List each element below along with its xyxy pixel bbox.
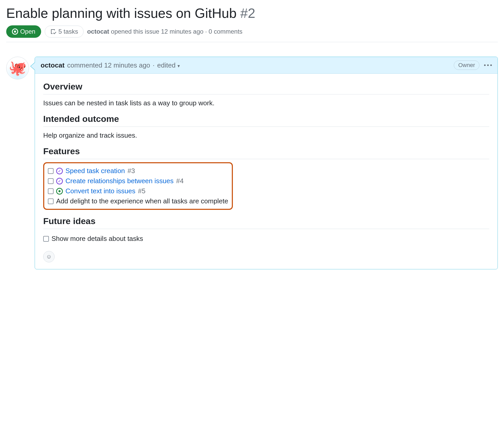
comment-body: Overview Issues can be nested in task li… (35, 74, 498, 269)
heading-overview: Overview (43, 82, 489, 94)
task-checkbox[interactable] (48, 168, 54, 174)
task-item: Add delight to the experience when all t… (48, 196, 228, 206)
paragraph-outcome: Help organize and track issues. (43, 131, 489, 139)
issue-title-row: Enable planning with issues on GitHub #2 (6, 5, 498, 21)
state-label: Open (20, 28, 35, 35)
task-checkbox[interactable] (48, 198, 54, 204)
comment-header-right: Owner (454, 61, 492, 70)
task-link[interactable]: Convert text into issues (65, 187, 135, 195)
task-link[interactable]: Create relationships between issues (65, 177, 174, 185)
tasks-count-label: 5 tasks (58, 28, 78, 35)
heading-outcome: Intended outcome (43, 114, 489, 127)
task-checkbox[interactable] (48, 188, 54, 194)
paragraph-overview: Issues can be nested in task lists as a … (43, 99, 489, 107)
state-pill: Open (6, 25, 41, 38)
heading-future: Future ideas (43, 216, 489, 229)
task-checkbox[interactable] (43, 236, 49, 242)
avatar-glyph: 🐙 (9, 60, 27, 77)
comment-header-left: octocat commented 12 minutes ago · edite… (41, 61, 180, 69)
comment-arrow (31, 63, 35, 70)
task-item: Show more details about tasks (43, 234, 489, 244)
issue-closed-icon: ✓ (56, 178, 63, 184)
add-reaction-button[interactable]: ☺ (43, 251, 55, 262)
task-ref: #3 (128, 167, 135, 175)
comment-thread: 🐙 octocat commented 12 minutes ago · edi… (6, 57, 498, 269)
comment-sep: · (153, 61, 154, 69)
issue-closed-icon: ✓ (56, 168, 63, 174)
features-highlight-box: ✓ Speed task creation #3 ✓ Create relati… (43, 162, 233, 210)
role-badge: Owner (454, 61, 479, 70)
chevron-down-icon: ▾ (177, 63, 180, 69)
future-task-list: Show more details about tasks (43, 234, 489, 244)
task-text: Show more details about tasks (51, 235, 143, 243)
issue-open-icon (56, 188, 63, 195)
issue-author[interactable]: octocat (87, 28, 109, 35)
edited-label: edited (157, 61, 176, 69)
issue-open-icon (12, 28, 18, 35)
heading-features: Features (43, 146, 489, 159)
task-ref: #4 (176, 177, 184, 185)
checklist-icon (50, 28, 56, 35)
comment-author[interactable]: octocat (41, 61, 64, 69)
issue-meta-row: Open 5 tasks octocat opened this issue 1… (6, 25, 498, 38)
task-item: ✓ Create relationships between issues #4 (48, 176, 228, 186)
tasks-pill[interactable]: 5 tasks (45, 26, 84, 38)
avatar[interactable]: 🐙 (6, 57, 29, 79)
task-checkbox[interactable] (48, 178, 54, 184)
issue-byline: octocat opened this issue 12 minutes ago… (87, 28, 242, 35)
issue-title-text: Enable planning with issues on GitHub (6, 6, 236, 21)
task-item: ✓ Speed task creation #3 (48, 166, 228, 176)
comment-action-text: commented 12 minutes ago (67, 61, 150, 69)
task-text: Add delight to the experience when all t… (56, 197, 228, 205)
issue-title: Enable planning with issues on GitHub #2 (6, 5, 498, 21)
comment-header: octocat commented 12 minutes ago · edite… (35, 57, 498, 74)
issue-number: #2 (240, 6, 255, 21)
smiley-icon: ☺ (46, 253, 52, 260)
task-link[interactable]: Speed task creation (65, 167, 125, 175)
issue-header: Enable planning with issues on GitHub #2… (6, 5, 498, 42)
task-ref: #5 (138, 187, 145, 195)
features-task-list: ✓ Speed task creation #3 ✓ Create relati… (48, 166, 228, 206)
task-item: Convert text into issues #5 (48, 186, 228, 196)
issue-opened-text: opened this issue 12 minutes ago · 0 com… (111, 28, 242, 35)
comment-box: octocat commented 12 minutes ago · edite… (35, 57, 498, 269)
comment-actions-kebab[interactable] (484, 64, 492, 66)
edited-dropdown[interactable]: edited ▾ (157, 61, 180, 69)
